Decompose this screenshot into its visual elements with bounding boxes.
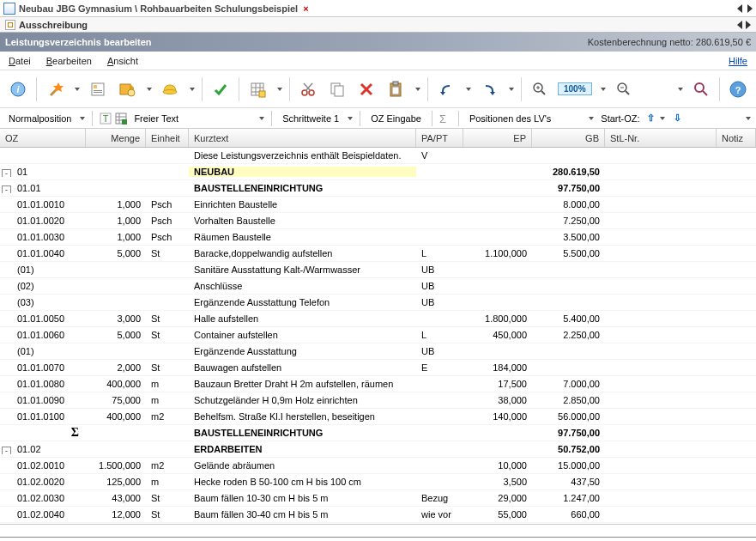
menu-ansicht[interactable]: Ansicht (107, 56, 138, 66)
tab-title[interactable]: Neubau JBG Gymnasium \ Rohbauarbeiten Sc… (19, 3, 298, 14)
table-row[interactable]: 01.01.00702,000StBauwagen aufstellenE184… (0, 360, 756, 376)
col-einheit[interactable]: Einheit (146, 129, 189, 147)
subtab-label[interactable]: Ausschreibung (19, 20, 88, 30)
table-row[interactable]: (03)Ergänzende Ausstattung TelefonUB (0, 295, 756, 311)
table-button[interactable] (246, 78, 269, 100)
table-row[interactable]: 01.02.004012,000StBaum fällen 30-40 cm H… (0, 507, 756, 523)
text-icon[interactable]: T (100, 112, 112, 125)
toolbar2-overflow-icon[interactable] (746, 117, 751, 120)
freetext-label[interactable]: Freier Text (130, 113, 182, 124)
table-dropdown-icon[interactable] (277, 88, 282, 91)
table-insert-icon[interactable] (115, 112, 127, 125)
zoom-dropdown-icon[interactable] (601, 88, 606, 91)
arrow-down-icon[interactable]: ⇩ (674, 112, 681, 124)
startoz-dropdown-icon[interactable] (660, 117, 665, 120)
hardhat-dropdown-icon[interactable] (190, 88, 195, 91)
step-label[interactable]: Schrittweite 1 (279, 113, 342, 124)
table-row[interactable]: 01.01.009075,000mSchutzgeländer H 0,9m H… (0, 392, 756, 409)
menu-bearbeiten[interactable]: Bearbeiten (46, 56, 92, 66)
table-row[interactable]: 01.01.00405,000StBaracke,doppelwandig au… (0, 246, 756, 262)
table-row[interactable]: 01.01.00301,000PschRäumen Baustelle3.500… (0, 229, 756, 246)
subtab-prev-icon[interactable] (737, 21, 742, 29)
table-row[interactable]: 01.01.00101,000PschEinrichten Baustelle8… (0, 197, 756, 213)
table-row[interactable]: 01.01.0100400,000m2Behelfsm. Straße Kl.I… (0, 409, 756, 425)
col-oz[interactable]: OZ (0, 129, 86, 147)
cut-button[interactable] (297, 78, 319, 100)
table-row[interactable]: ΣBAUSTELLENEINRICHTUNG97.750,00 (0, 425, 756, 441)
table-row[interactable]: -01.02ERDARBEITEN50.752,00 (0, 441, 756, 458)
info-button[interactable]: i (7, 78, 29, 100)
table-row[interactable]: 01.01.00605,000StContainer aufstellenL45… (0, 327, 756, 343)
catalog-dropdown-icon[interactable] (147, 88, 152, 91)
table-row[interactable]: -01NEUBAU280.619,50 (0, 164, 756, 180)
paste-dropdown-icon[interactable] (415, 88, 420, 91)
col-ep[interactable]: EP (463, 129, 532, 147)
step-dropdown-icon[interactable] (348, 117, 353, 120)
table-row[interactable]: (01)Ergänzende AusstattungUB (0, 343, 756, 360)
copy-button[interactable] (326, 78, 348, 100)
redo-button[interactable] (478, 78, 500, 100)
positions-dropdown-icon[interactable] (589, 117, 594, 120)
undo-button[interactable] (435, 78, 457, 100)
sigma-icon[interactable]: Σ (439, 112, 451, 125)
zoom-out-button[interactable] (613, 78, 635, 100)
check-button[interactable] (209, 78, 232, 100)
menu-datei[interactable]: Datei (9, 56, 31, 66)
delete-button[interactable] (355, 78, 378, 100)
einheit-value: m2 (146, 411, 189, 422)
undo-dropdown-icon[interactable] (466, 88, 471, 91)
col-gb[interactable]: GB (532, 129, 605, 147)
freetext-dropdown-icon[interactable] (259, 117, 264, 120)
wizard-dropdown-icon[interactable] (75, 88, 80, 91)
menge-value: 1.500,000 (86, 460, 146, 471)
position-toolbar: Normalposition T Freier Text Schrittweit… (0, 108, 756, 129)
col-notiz[interactable]: Notiz (717, 129, 756, 147)
table-row[interactable]: (02)AnschlüsseUB (0, 278, 756, 295)
menu-hilfe[interactable]: Hilfe (729, 56, 747, 66)
gb-value: 5.400,00 (532, 313, 605, 324)
pos-type-dropdown-icon[interactable] (80, 117, 85, 120)
redo-dropdown-icon[interactable] (509, 88, 514, 91)
gb-value: 56.000,00 (532, 411, 605, 422)
tab-next-icon[interactable] (747, 4, 753, 13)
wizard-button[interactable] (44, 78, 66, 100)
properties-button[interactable] (87, 78, 109, 100)
papt-value: UB (416, 281, 463, 291)
catalog-button[interactable] (116, 78, 138, 100)
table-row[interactable]: 01.01.00201,000PschVorhalten Baustelle7.… (0, 213, 756, 229)
menge-value: 5,000 (86, 248, 146, 258)
col-stl[interactable]: StL-Nr. (605, 129, 717, 147)
grid-body[interactable]: Diese Leistungsverzeichnis enthält Beisp… (0, 148, 756, 525)
col-papt[interactable]: PA/PT (416, 129, 463, 147)
hardhat-button[interactable] (159, 78, 181, 100)
col-menge[interactable]: Menge (86, 129, 146, 147)
oz-value: 01.01.0060 (17, 330, 64, 340)
table-row[interactable]: 01.02.00101.500,000m2Gelände abräumen10,… (0, 458, 756, 474)
oz-input-label[interactable]: OZ Eingabe (367, 113, 425, 124)
table-row[interactable]: 01.01.0080400,000mBauzaun Bretter Draht … (0, 376, 756, 392)
subtab-next-icon[interactable] (746, 21, 751, 29)
positions-label[interactable]: Positionen des LV's (466, 113, 554, 124)
table-row[interactable]: -01.01BAUSTELLENEINRICHTUNG97.750,00 (0, 180, 756, 197)
col-kurztext[interactable]: Kurztext (189, 129, 416, 147)
einheit-value: St (146, 509, 189, 520)
tree-expander[interactable]: - (2, 185, 11, 193)
overflow-dropdown-icon[interactable] (678, 88, 683, 91)
table-row[interactable]: Diese Leistungsverzeichnis enthält Beisp… (0, 148, 756, 164)
tab-close-button[interactable]: × (303, 3, 308, 14)
zoom-in-button[interactable] (529, 78, 551, 100)
find-button[interactable] (690, 78, 712, 100)
table-row[interactable]: 01.02.0020125,000mHecke roden B 50-100 c… (0, 474, 756, 490)
table-row[interactable]: (01)Sanitäre Ausstattung Kalt-/Warmwasse… (0, 262, 756, 278)
gb-value: 97.750,00 (532, 428, 605, 438)
tree-expander[interactable]: - (2, 447, 11, 454)
help-button[interactable]: ? (727, 78, 749, 100)
tree-expander[interactable]: - (2, 169, 11, 177)
paste-button[interactable] (384, 78, 407, 100)
position-type-select[interactable]: Normalposition (5, 113, 75, 124)
zoom-level[interactable]: 100% (558, 82, 592, 95)
tab-prev-icon[interactable] (737, 4, 742, 13)
arrow-up-icon[interactable]: ⇧ (647, 112, 655, 124)
table-row[interactable]: 01.02.003043,000StBaum fällen 10-30 cm H… (0, 490, 756, 507)
table-row[interactable]: 01.01.00503,000StHalle aufstellen1.800,0… (0, 311, 756, 327)
